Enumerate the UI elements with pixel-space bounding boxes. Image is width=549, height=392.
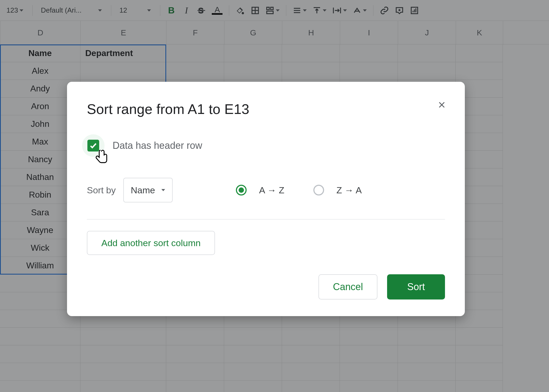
sort-by-dropdown[interactable]: Name [123,178,173,202]
dialog-title: Sort range from A1 to E13 [87,101,445,117]
divider [87,219,445,220]
checkmark-icon [89,142,97,150]
cancel-button[interactable]: Cancel [318,274,377,299]
caret-down-icon [161,189,165,191]
sort-button-label: Sort [407,281,425,293]
sort-by-value: Name [131,185,155,195]
radio-z-to-a[interactable] [313,185,324,195]
radio-z-to-a-label: Z → A [336,185,362,195]
add-sort-column-label: Add another sort column [101,238,201,248]
close-button[interactable] [434,97,449,112]
sort-button[interactable]: Sort [387,274,445,299]
header-row-checkbox[interactable] [87,140,99,151]
sort-range-dialog: Sort range from A1 to E13 Data has heade… [67,82,465,316]
header-row-checkbox-label: Data has header row [113,140,202,151]
add-sort-column-button[interactable]: Add another sort column [87,231,215,255]
radio-a-to-z-label: A → Z [259,185,284,195]
radio-a-to-z[interactable] [236,185,247,195]
checkbox-ripple [82,134,105,157]
sort-by-label: Sort by [87,185,116,195]
close-icon [437,101,446,109]
cancel-button-label: Cancel [333,281,363,293]
